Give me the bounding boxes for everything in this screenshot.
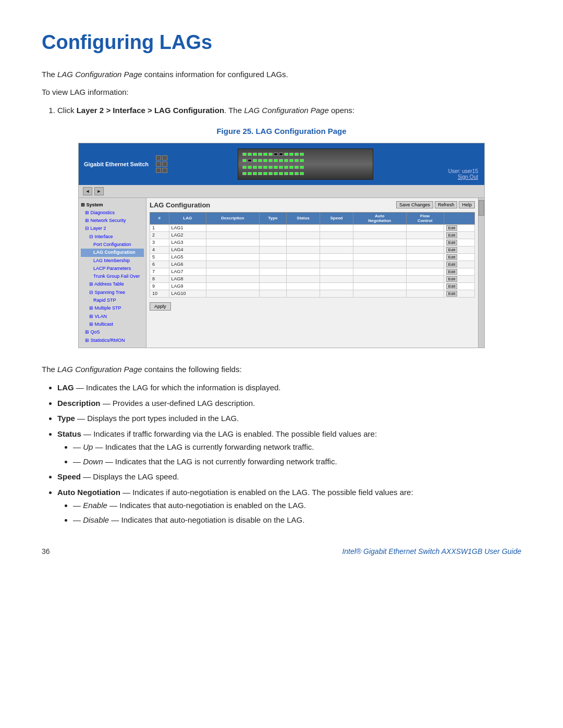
sw-edit-button[interactable]: Edit (446, 232, 458, 238)
cell-status (286, 282, 320, 290)
sw-edit-button[interactable]: Edit (446, 276, 458, 282)
table-row: 4 LAG4 Edit (150, 246, 475, 253)
status-sub-list: Up — Indicates that the LAG is currently… (73, 440, 521, 468)
sw-nav-rapid-stp[interactable]: Rapid STP (81, 297, 144, 304)
sw-edit-button[interactable]: Edit (446, 262, 458, 267)
cell-auto-neg (353, 253, 406, 261)
sw-toolbar-btn-back[interactable]: ◄ (83, 187, 92, 195)
cell-status (286, 231, 320, 239)
sw-edit-button[interactable]: Edit (446, 269, 458, 275)
cell-description (206, 268, 259, 275)
sw-nav-system[interactable]: ⊞ System (81, 201, 144, 209)
sw-nav-network-security[interactable]: ⊞ Network Security (81, 217, 144, 225)
sw-content-title: LAG Configuration (150, 201, 210, 209)
sw-edit-button[interactable]: Edit (446, 291, 458, 297)
sw-nav-trunk-failover[interactable]: Trunk Group Fail Over (81, 273, 144, 280)
cell-type (259, 268, 286, 275)
cell-lag: LAG10 (169, 290, 206, 297)
sw-nav-multiple-stp[interactable]: ⊞ Multiple STP (81, 304, 144, 312)
col-action (444, 212, 474, 224)
cell-lag: LAG5 (169, 253, 206, 261)
cell-num: 8 (150, 275, 169, 282)
cell-num: 10 (150, 290, 169, 297)
sw-edit-button[interactable]: Edit (446, 247, 458, 253)
cell-flow-control (406, 253, 444, 261)
cell-status (286, 224, 320, 231)
sw-nav-diagnostics[interactable]: ⊞ Diagnostics (81, 209, 144, 217)
sw-device-graphic (169, 143, 442, 185)
cell-flow-control (406, 275, 444, 282)
cell-status (286, 246, 320, 253)
cell-lag: LAG1 (169, 224, 206, 231)
cell-description (206, 275, 259, 282)
intro-paragraph-2: To view LAG information: (42, 86, 521, 98)
sw-nav-statistics[interactable]: ⊞ Statistics/RMON (81, 337, 144, 344)
sw-scrollbar-thumb[interactable] (479, 200, 484, 216)
sw-save-button[interactable]: Save Changes (396, 201, 433, 208)
sw-nav-interface[interactable]: ⊟ Interface (81, 233, 144, 241)
cell-num: 9 (150, 282, 169, 290)
sw-navigation: ⊞ System ⊞ Diagnostics ⊞ Network Securit… (79, 198, 146, 348)
sw-nav-multicast[interactable]: ⊞ Multicast (81, 320, 144, 328)
sw-toolbar: ◄ ► (79, 185, 484, 198)
screenshot-figure: Gigabit Ethernet Switch (78, 143, 485, 348)
cell-description (206, 253, 259, 261)
cell-speed (320, 246, 353, 253)
cell-type (259, 282, 286, 290)
cell-lag: LAG4 (169, 246, 206, 253)
cell-auto-neg (353, 239, 406, 246)
col-status: Status (286, 212, 320, 224)
cell-type (259, 261, 286, 268)
cell-status (286, 261, 320, 268)
cell-num: 5 (150, 253, 169, 261)
cell-speed (320, 275, 353, 282)
sw-apply-button[interactable]: Apply (150, 302, 171, 311)
cell-speed (320, 268, 353, 275)
cell-description (206, 282, 259, 290)
table-row: 9 LAG9 Edit (150, 282, 475, 290)
cell-type (259, 239, 286, 246)
cell-status (286, 268, 320, 275)
sw-nav-spanning-tree[interactable]: ⊟ Spanning Tree (81, 289, 144, 297)
sw-nav-qos[interactable]: ⊞ QoS (81, 328, 144, 336)
footer-page-number: 36 (42, 547, 50, 556)
cell-status (286, 253, 320, 261)
sw-nav-layer2[interactable]: ⊟ Layer 2 (81, 225, 144, 232)
figure-title: Figure 25. LAG Configuration Page (42, 127, 521, 135)
cell-type (259, 275, 286, 282)
sw-help-button[interactable]: Help (459, 201, 475, 208)
cell-num: 1 (150, 224, 169, 231)
sw-nav-lacp-params[interactable]: LACP Parameters (81, 265, 144, 273)
table-row: 7 LAG7 Edit (150, 268, 475, 275)
sw-edit-button[interactable]: Edit (446, 225, 458, 231)
sw-signout-link[interactable]: Sign Out (458, 174, 478, 180)
sw-refresh-button[interactable]: Refresh (435, 201, 458, 208)
cell-num: 2 (150, 231, 169, 239)
cell-speed (320, 224, 353, 231)
sw-icon-box (162, 162, 167, 167)
auto-neg-disable: Disable — Indicates that auto-negotiatio… (73, 513, 521, 527)
cell-edit: Edit (444, 268, 474, 275)
cell-num: 4 (150, 246, 169, 253)
sw-nav-vlan[interactable]: ⊞ VLAN (81, 313, 144, 320)
table-row: 6 LAG6 Edit (150, 261, 475, 268)
sw-edit-button[interactable]: Edit (446, 283, 458, 289)
sw-toolbar-btn-fwd[interactable]: ► (94, 187, 104, 195)
cell-auto-neg (353, 282, 406, 290)
sw-nav-port-config[interactable]: Port Configuration (81, 241, 144, 249)
page-title: Configuring LAGs (42, 31, 521, 54)
cell-flow-control (406, 282, 444, 290)
sw-nav-lag-membership[interactable]: LAG Membership (81, 257, 144, 265)
sw-scrollbar[interactable] (478, 198, 484, 348)
cell-status (286, 239, 320, 246)
sw-lag-table: # LAG Description Type Status Speed Auto… (150, 212, 475, 298)
cell-auto-neg (353, 231, 406, 239)
cell-edit: Edit (444, 282, 474, 290)
sw-edit-button[interactable]: Edit (446, 240, 458, 245)
step-item-1: Click Layer 2 > Interface > LAG Configur… (57, 104, 521, 117)
sw-nav-address-table[interactable]: ⊞ Address Table (81, 280, 144, 288)
cell-status (286, 275, 320, 282)
sw-nav-lag-config[interactable]: LAG Configuration (81, 249, 144, 256)
sw-edit-button[interactable]: Edit (446, 254, 458, 260)
sw-icon-box (162, 155, 167, 161)
